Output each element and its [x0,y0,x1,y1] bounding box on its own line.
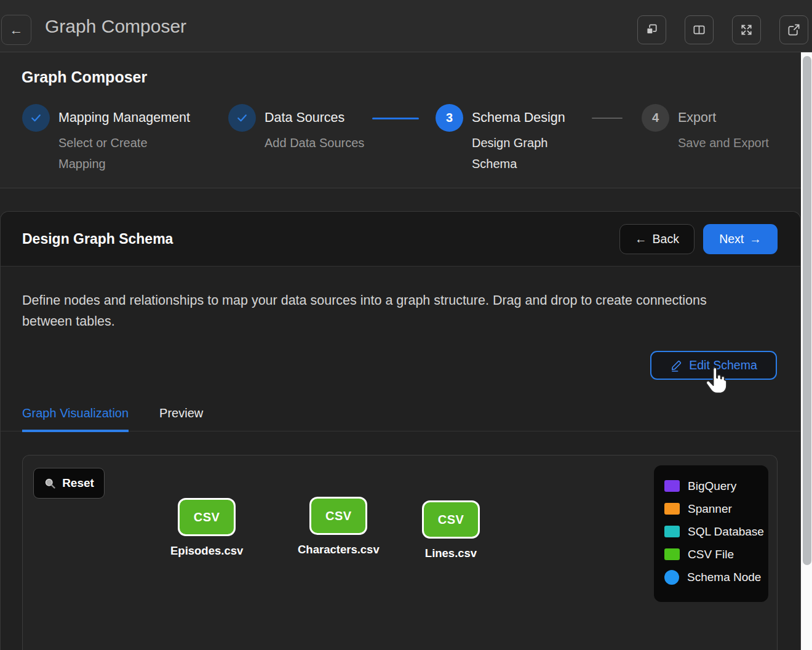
legend-item: BigQuery [664,479,768,493]
magnifier-icon [44,477,57,490]
step-sublabel: Save and Export [678,132,769,153]
legend-label: Schema Node [687,571,761,584]
back-button[interactable]: ← [1,15,31,45]
step-label: Export [678,104,769,132]
legend-label: SQL Database [688,525,764,539]
legend-item: SQL Database [664,524,768,539]
tab-bar: Graph Visualization Preview [1,406,800,431]
legend-item: Spanner [664,502,768,516]
legend-swatch-spanner [664,503,680,515]
panel-header: Design Graph Schema ← Back Next → [1,212,800,267]
step-sublabel: Design Graph Schema [472,132,561,174]
node-filename: Characters.csv [298,543,380,556]
step-number: 3 [446,111,453,125]
tab-graph-visualization[interactable]: Graph Visualization [22,406,129,432]
graph-node-lines[interactable]: CSV Lines.csv [422,500,480,560]
next-button-label: Next [719,232,744,246]
legend-item: CSV File [664,547,768,561]
step-label: Schema Design [472,104,565,132]
pencil-edit-icon [670,358,683,372]
step-label: Data Sources [265,104,364,132]
step-label: Mapping Management [58,104,190,132]
wizard-step-schema-design[interactable]: 3 Schema Design Design Graph Schema [436,104,565,174]
next-step-button[interactable]: Next → [703,224,778,254]
legend-swatch-schema-node [664,570,679,585]
csv-node-box: CSV [422,500,480,539]
scrollbar-track[interactable] [801,52,812,650]
open-external-button[interactable] [779,15,808,44]
step-active-circle: 3 [436,104,463,132]
legend-label: Spanner [688,502,732,516]
edit-schema-label: Edit Schema [689,358,757,372]
fullscreen-button[interactable] [732,15,761,44]
duplicate-icon [645,23,659,37]
back-step-button[interactable]: ← Back [619,224,695,254]
window-actions [637,15,808,44]
step-sublabel: Select or Create Mapping [58,132,185,174]
check-icon [235,111,249,125]
graph-composer-window: ← Graph Composer [0,0,812,650]
legend-swatch-sql-database [664,526,680,537]
check-icon [29,111,43,125]
schema-design-panel: Design Graph Schema ← Back Next → Define… [0,211,801,650]
reset-view-button[interactable]: Reset [33,468,105,499]
legend-swatch-bigquery [664,480,680,492]
back-button-label: Back [653,232,679,246]
wizard-heading: Graph Composer [22,68,147,86]
right-arrow-icon: → [749,232,762,246]
node-filename: Lines.csv [425,547,477,560]
legend-label: CSV File [688,548,734,561]
expand-icon [739,23,754,37]
reset-label: Reset [62,476,94,490]
graph-node-characters[interactable]: CSV Characters.csv [298,497,380,556]
step-upcoming-circle: 4 [642,104,669,132]
step-complete-circle [22,104,50,132]
window-title: Graph Composer [45,0,186,52]
titlebar: ← Graph Composer [0,0,812,52]
legend-panel: BigQuery Spanner SQL Database CSV File S… [654,465,768,602]
csv-node-box: CSV [309,497,367,535]
edit-schema-button[interactable]: Edit Schema [650,351,777,380]
step-complete-circle [228,104,256,132]
wizard-header: Graph Composer Mapping Management Select… [0,52,801,188]
csv-node-box: CSV [178,498,236,536]
duplicate-window-button[interactable] [637,15,666,44]
wizard-step-export[interactable]: 4 Export Save and Export [642,104,769,153]
legend-swatch-csv-file [664,548,680,560]
step-connector [372,118,419,119]
external-link-icon [787,23,801,37]
node-type-badge: CSV [325,509,352,523]
split-view-button[interactable] [685,15,714,44]
panel-title: Design Graph Schema [22,212,173,267]
tab-preview[interactable]: Preview [159,406,203,431]
node-type-badge: CSV [194,510,220,524]
graph-node-episodes[interactable]: CSV Episodes.csv [170,498,243,558]
split-view-icon [692,23,706,37]
node-filename: Episodes.csv [170,544,243,558]
back-arrow-icon: ← [10,22,23,38]
wizard-step-mapping-management[interactable]: Mapping Management Select or Create Mapp… [22,104,190,174]
step-connector [592,118,623,119]
left-arrow-icon: ← [635,232,647,246]
legend-item: Schema Node [664,570,768,584]
graph-canvas[interactable]: Reset CSV Episodes.csv CSV Characters.cs… [22,455,778,650]
wizard-step-data-sources[interactable]: Data Sources Add Data Sources [228,104,364,153]
legend-label: BigQuery [688,479,736,493]
step-sublabel: Add Data Sources [265,132,364,153]
step-number: 4 [652,111,659,125]
node-type-badge: CSV [438,513,464,527]
panel-description: Define nodes and relationships to map yo… [22,290,751,332]
scrollbar-thumb[interactable] [803,56,811,565]
